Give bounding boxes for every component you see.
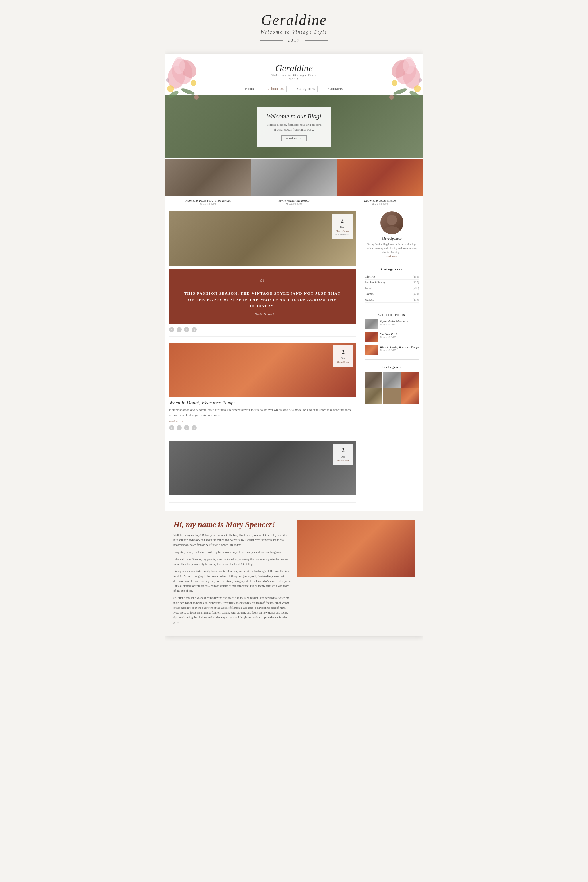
category-lifestyle-count: (138)	[412, 275, 419, 278]
quote-text: THIS FASHION SEASON, THE VINTAGE STYLE (…	[181, 290, 344, 309]
instagram-thumb-6[interactable]	[401, 388, 419, 404]
sidebar-instagram: Instagram	[364, 362, 419, 404]
category-travel[interactable]: Travel (281)	[364, 285, 419, 291]
pinterest-icon-2[interactable]: p	[184, 425, 189, 430]
category-makeup[interactable]: Makeup (119)	[364, 297, 419, 303]
category-makeup-count: (119)	[413, 298, 419, 301]
category-fashion-count: (327)	[412, 281, 419, 284]
post-date-badge-2: 2 Dec Share Green	[333, 345, 353, 366]
category-clothes[interactable]: Clothes (420)	[364, 291, 419, 297]
instagram-thumb-1[interactable]	[364, 372, 382, 388]
twitter-icon-2[interactable]: t	[177, 425, 182, 430]
hero-read-more-button[interactable]: read more	[281, 135, 307, 141]
nav-about[interactable]: About Us	[266, 86, 286, 92]
pinterest-icon[interactable]: p	[184, 327, 189, 332]
author-bio: On my fashion blog I love to focus on al…	[364, 243, 419, 254]
thumbnail-posts-grid: Hem Your Pants For A Shoe Height March 2…	[165, 159, 423, 208]
year-divider: 2017	[171, 38, 417, 43]
post-title-2: When In Doubt, Wear rose Pumps	[169, 400, 356, 406]
sidebar: Mary Spencer On my fashion blog I love t…	[360, 208, 423, 512]
post-month-2: Dec	[336, 357, 350, 361]
category-travel-count: (281)	[412, 286, 419, 290]
blog-post-3: 2 Dec Share Green	[169, 441, 356, 503]
category-lifestyle[interactable]: Lifestyle (138)	[364, 274, 419, 280]
custom-post-thumb-2	[364, 332, 378, 342]
category-clothes-count: (420)	[412, 292, 419, 296]
google-icon-2[interactable]: g	[192, 425, 196, 430]
category-lifestyle-label: Lifestyle	[364, 275, 375, 278]
sidebar-divider-2	[364, 307, 419, 307]
category-fashion-label: Fashion & Beauty	[364, 281, 386, 284]
main-navigation: Home About Us Categories Contacts	[165, 84, 423, 95]
quote-block: “ THIS FASHION SEASON, THE VINTAGE STYLE…	[169, 269, 356, 324]
post-month-3: Dec	[336, 455, 350, 459]
content-area: 2 Dec Share Green 15 Comments “ THIS FAS…	[165, 208, 423, 512]
post-comments-1: 15 Comments	[335, 233, 350, 237]
facebook-icon[interactable]: f	[169, 327, 174, 332]
custom-post-info-1: Try to Master Menswear March 30, 2017	[380, 319, 419, 326]
category-clothes-label: Clothes	[364, 292, 374, 296]
post-cat-1: Share Green	[335, 230, 350, 233]
hero-section: Welcome to our Blog! Vintage clothes, fu…	[165, 95, 423, 159]
author-read-more[interactable]: read more	[364, 254, 419, 257]
thumb-title-3: Know Your Jeans Stretch	[338, 196, 423, 203]
site-year: 2017	[288, 38, 300, 43]
thumb-post-1[interactable]: Hem Your Pants For A Shoe Height March 2…	[165, 159, 250, 208]
instagram-thumb-5[interactable]	[383, 388, 400, 404]
thumb-image-3	[338, 159, 423, 196]
thumb-post-2[interactable]: Try to Master Menswear March 29, 2017	[251, 159, 336, 208]
custom-post-info-3: When In Doubt, Wear rose Pumps March 30,…	[380, 345, 419, 352]
svg-point-20	[387, 215, 397, 225]
sidebar-custom-posts: Custom Posts Try to Master Menswear Marc…	[364, 309, 419, 355]
custom-posts-title: Custom Posts	[364, 313, 419, 317]
nav-contacts[interactable]: Contacts	[326, 86, 345, 92]
thumb-title-1: Hem Your Pants For A Shoe Height	[165, 196, 250, 203]
post-day-3: 2	[336, 446, 350, 455]
thumb-post-3[interactable]: Know Your Jeans Stretch March 29, 2017	[338, 159, 423, 208]
post-day-2: 2	[336, 348, 350, 357]
blog-post-2: 2 Dec Share Green When In Doubt, Wear ro…	[169, 342, 356, 435]
custom-post-1[interactable]: Try to Master Menswear March 30, 2017	[364, 319, 419, 329]
post-day-1: 2	[335, 216, 350, 225]
about-para-4: Living in such an artistic family has ta…	[173, 569, 291, 593]
instagram-thumb-2[interactable]	[383, 372, 400, 388]
instagram-thumb-4[interactable]	[364, 388, 382, 404]
about-image	[297, 520, 415, 578]
about-section: Hi, my name is Mary Spencer! Well, hello…	[165, 512, 423, 636]
post-social-icons-2: f t p g	[169, 425, 356, 430]
thumb-title-2: Try to Master Menswear	[251, 196, 336, 203]
about-text: Hi, my name is Mary Spencer! Well, hello…	[173, 520, 291, 627]
custom-post-date-2: March 30, 2017	[380, 336, 419, 339]
instagram-title: Instagram	[364, 365, 419, 369]
custom-post-3[interactable]: When In Doubt, Wear rose Pumps March 30,…	[364, 345, 419, 355]
about-para-1: Well, hello my darlings! Before you cont…	[173, 532, 291, 547]
post-date-badge-1: 2 Dec Share Green 15 Comments	[332, 214, 353, 239]
facebook-icon-2[interactable]: f	[169, 425, 174, 430]
instagram-thumb-3[interactable]	[401, 372, 419, 388]
inner-header: Geraldine Welcome to Vintage Style 2017	[165, 54, 423, 84]
custom-post-2[interactable]: Mix Your Prints March 30, 2017	[364, 332, 419, 342]
category-fashion[interactable]: Fashion & Beauty (327)	[364, 280, 419, 285]
category-makeup-label: Makeup	[364, 298, 374, 301]
categories-title: Categories	[364, 267, 419, 272]
outer-header: Geraldine Welcome to Vintage Style 2017	[165, 0, 423, 48]
instagram-grid	[364, 372, 419, 404]
custom-post-title-2: Mix Your Prints	[380, 332, 419, 336]
post-cat-3: Share Green	[336, 459, 350, 462]
sidebar-categories: Categories Lifestyle (138) Fashion & Bea…	[364, 264, 419, 303]
svg-point-21	[384, 226, 400, 234]
nav-categories[interactable]: Categories	[295, 86, 318, 92]
twitter-icon[interactable]: t	[177, 327, 182, 332]
custom-post-info-2: Mix Your Prints March 30, 2017	[380, 332, 419, 339]
post-month-1: Dec	[335, 225, 350, 230]
custom-post-thumb-3	[364, 345, 378, 355]
blog-post-1: 2 Dec Share Green 15 Comments “ THIS FAS…	[169, 212, 356, 337]
google-icon[interactable]: g	[192, 327, 196, 332]
category-travel-label: Travel	[364, 286, 372, 290]
divider-left	[260, 40, 284, 41]
post-read-more-2[interactable]: read more	[169, 420, 356, 423]
post-image-2: 2 Dec Share Green	[169, 342, 356, 397]
thumb-date-2: March 29, 2017	[251, 203, 336, 208]
thumb-image-1	[165, 159, 250, 196]
nav-home[interactable]: Home	[243, 86, 257, 92]
